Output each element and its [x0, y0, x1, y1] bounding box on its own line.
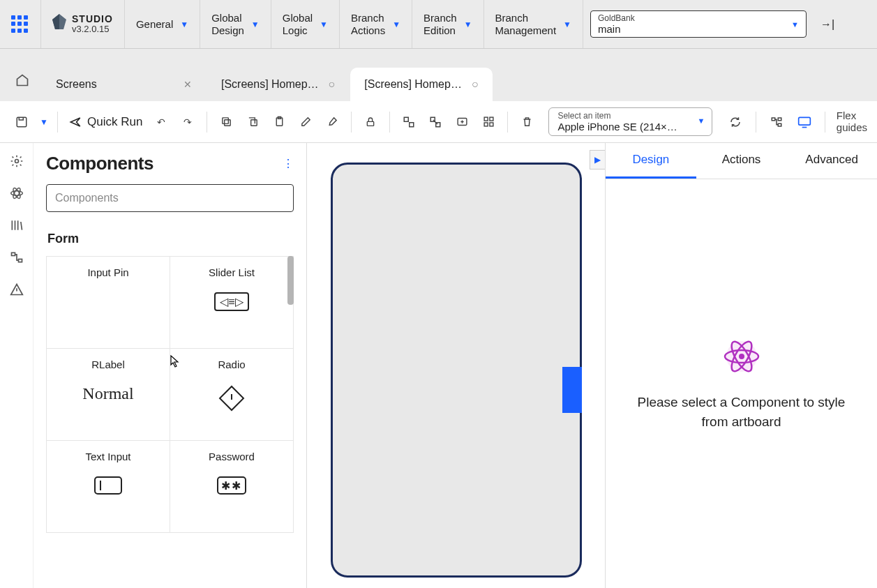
- rlabel-icon: Normal: [82, 384, 133, 403]
- components-grid: Input Pin Slider List ◁≡▷ RLabel Normal …: [46, 256, 294, 533]
- refresh-button[interactable]: [724, 110, 747, 134]
- delete-button[interactable]: [515, 110, 539, 134]
- component-input-pin[interactable]: Input Pin: [47, 257, 170, 349]
- svg-rect-16: [772, 118, 775, 121]
- scrollbar-thumb[interactable]: [287, 256, 294, 305]
- more-options-button[interactable]: ⋮: [283, 157, 294, 170]
- ungroup-button[interactable]: [423, 110, 447, 134]
- component-text-input[interactable]: Text Input: [47, 441, 170, 533]
- side-icon-rail: [0, 143, 33, 588]
- svg-rect-2: [223, 118, 229, 124]
- save-button[interactable]: [10, 110, 33, 134]
- chevron-down-icon: ▼: [392, 20, 400, 29]
- atom-placeholder-icon: [721, 336, 763, 377]
- phone-frame[interactable]: [331, 163, 582, 578]
- chevron-down-icon: ▼: [320, 20, 328, 29]
- flex-guides-toggle[interactable]: Flex guides: [837, 110, 867, 133]
- components-panväel: Components ⋮ Components Form Input Pin S…: [33, 143, 307, 588]
- properties-panel: Design Actions Advanced Please select a …: [605, 143, 877, 588]
- action-toolbar: ▼ Quick Run ↶ ↷ Select an item Apple iPh…: [0, 101, 877, 143]
- add-button[interactable]: [450, 110, 474, 134]
- svg-rect-17: [778, 118, 781, 121]
- tab-screens[interactable]: Screens ✕: [42, 68, 206, 101]
- main-area: Components ⋮ Components Form Input Pin S…: [0, 143, 877, 588]
- group-button[interactable]: [397, 110, 421, 134]
- unsaved-indicator-icon: ○: [472, 78, 479, 91]
- menu-global-logic[interactable]: Global Logic ▼: [271, 0, 340, 48]
- artboard-canvas[interactable]: ▶: [307, 143, 605, 588]
- branch-value: main: [598, 23, 799, 35]
- app-name: STUDIO: [72, 14, 113, 24]
- studio-logo-icon: [52, 14, 66, 34]
- svg-point-20: [15, 160, 18, 163]
- library-icon[interactable]: [8, 217, 25, 234]
- grid-icon: [11, 15, 29, 33]
- undo-button[interactable]: ↶: [149, 110, 173, 134]
- svg-rect-6: [368, 121, 374, 126]
- svg-rect-7: [405, 117, 409, 121]
- quick-run-button[interactable]: Quick Run: [65, 115, 147, 129]
- device-selector[interactable]: Select an item Apple iPhone SE (214×… ▼: [548, 107, 712, 136]
- copy-button[interactable]: [214, 110, 238, 134]
- collapse-right-panel-button[interactable]: ▶: [590, 150, 605, 169]
- save-dropdown[interactable]: ▼: [36, 110, 50, 134]
- brush-button[interactable]: [320, 110, 344, 134]
- tree-icon[interactable]: [8, 249, 25, 266]
- branch-selector[interactable]: GoldBank main ▼: [583, 0, 814, 48]
- branch-project-label: GoldBank: [598, 13, 799, 23]
- studio-brand: STUDIO v3.2.0.15: [41, 0, 125, 48]
- chevron-down-icon: ▼: [464, 20, 472, 29]
- component-radio[interactable]: Radio: [170, 349, 294, 441]
- tab-homepage-1[interactable]: [Screens] Homep… ○: [207, 68, 349, 101]
- section-form: Form: [46, 232, 294, 246]
- properties-tabs: Design Actions Advanced: [606, 143, 877, 179]
- home-button[interactable]: [8, 66, 36, 94]
- redo-button[interactable]: ↷: [176, 110, 200, 134]
- gallery-button[interactable]: [477, 110, 500, 134]
- svg-rect-19: [798, 117, 810, 125]
- svg-rect-1: [225, 120, 231, 126]
- selection-handle[interactable]: [562, 367, 582, 413]
- close-icon[interactable]: ✕: [183, 79, 192, 90]
- chevron-down-icon: ▼: [697, 116, 705, 125]
- chevron-down-icon: ▼: [563, 20, 571, 29]
- atom-icon[interactable]: [8, 185, 25, 202]
- radio-icon: [218, 384, 246, 412]
- paste-button[interactable]: [267, 110, 291, 134]
- cut-button[interactable]: [241, 110, 264, 134]
- tree-view-button[interactable]: [765, 110, 788, 134]
- unsaved-indicator-icon: ○: [329, 78, 336, 91]
- svg-rect-12: [484, 117, 488, 121]
- menu-global-design[interactable]: Global Design ▼: [200, 0, 271, 48]
- tab-advanced[interactable]: Advanced: [786, 143, 877, 179]
- svg-rect-25: [18, 259, 22, 262]
- settings-icon[interactable]: [8, 153, 25, 169]
- menu-branch-edition[interactable]: Branch Edition ▼: [412, 0, 484, 48]
- collapse-right-button[interactable]: →|: [814, 0, 841, 48]
- menu-branch-management[interactable]: Branch Management ▼: [484, 0, 583, 48]
- menu-branch-actions[interactable]: Branch Actions ▼: [340, 0, 412, 48]
- app-grid-button[interactable]: [0, 0, 41, 48]
- component-slider-list[interactable]: Slider List ◁≡▷: [170, 257, 294, 349]
- tab-design[interactable]: Design: [606, 143, 696, 179]
- chevron-down-icon: ▼: [791, 20, 799, 29]
- chevron-down-icon: ▼: [251, 20, 260, 29]
- component-rlabel[interactable]: RLabel Normal: [47, 349, 170, 441]
- svg-point-21: [10, 191, 22, 196]
- svg-rect-8: [410, 122, 414, 126]
- empty-state-message: Please select a Component to style from …: [634, 393, 849, 431]
- component-password[interactable]: Password ✱✱: [170, 441, 294, 533]
- tab-homepage-2[interactable]: [Screens] Homep… ○: [350, 68, 492, 101]
- tab-actions[interactable]: Actions: [696, 143, 787, 179]
- components-search-input[interactable]: Components: [46, 184, 294, 212]
- warning-icon[interactable]: [8, 281, 25, 298]
- edit-button[interactable]: [294, 110, 317, 134]
- lock-button[interactable]: [359, 110, 382, 134]
- svg-rect-15: [490, 123, 493, 126]
- svg-rect-0: [17, 117, 27, 127]
- chevron-down-icon: ▼: [180, 20, 188, 29]
- menu-general[interactable]: General ▼: [125, 0, 200, 48]
- svg-rect-14: [484, 123, 488, 126]
- svg-rect-24: [11, 252, 15, 255]
- preview-button[interactable]: [793, 110, 816, 134]
